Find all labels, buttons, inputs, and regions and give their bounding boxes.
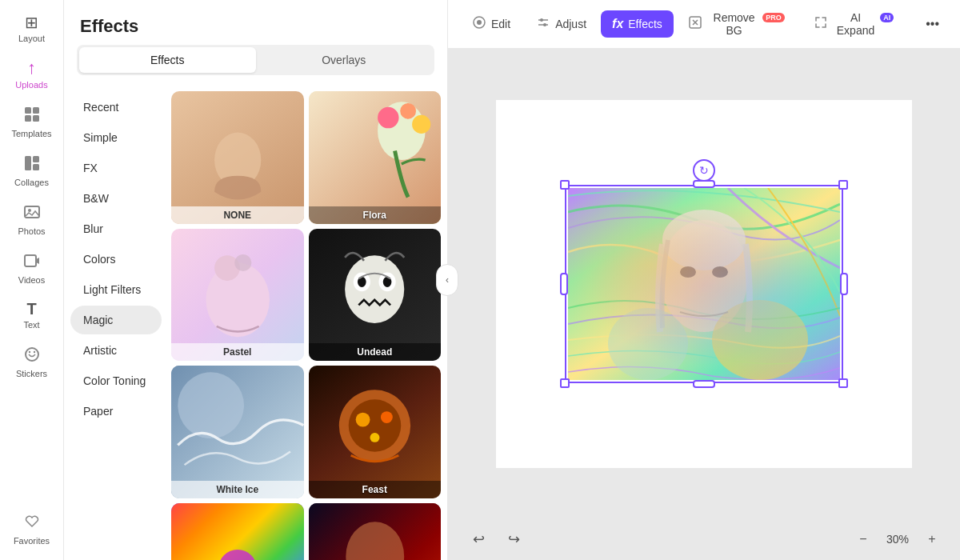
category-blur[interactable]: Blur <box>70 214 162 243</box>
svg-point-17 <box>400 103 416 119</box>
effect-thumb-undead <box>309 229 442 362</box>
effect-whiteice[interactable]: White Ice <box>171 366 304 498</box>
sidebar-label-layout: Layout <box>18 34 45 43</box>
svg-rect-0 <box>25 107 31 114</box>
more-options-button[interactable]: ••• <box>918 10 947 38</box>
uploads-icon: ↑ <box>27 59 36 77</box>
category-colors[interactable]: Colors <box>70 245 162 274</box>
category-fx[interactable]: FX <box>70 154 162 182</box>
edit-button[interactable]: Edit <box>461 9 522 39</box>
svg-point-16 <box>378 107 398 128</box>
effect-badlands[interactable]: Badlands <box>309 503 442 561</box>
effects-categories: Recent Simple FX B&W Blur Colors Light F… <box>64 85 168 560</box>
effects-button[interactable]: fx Effects <box>601 10 674 38</box>
category-paper[interactable]: Paper <box>70 397 162 426</box>
tab-effects[interactable]: Effects <box>79 47 256 73</box>
sidebar-label-photos: Photos <box>18 226 45 236</box>
effects-grid-container: NONE <box>168 85 447 560</box>
handle-bottom-middle[interactable] <box>693 380 715 388</box>
redo-button[interactable]: ↪ <box>499 525 528 554</box>
top-toolbar: Edit Adjust fx Effects <box>448 0 960 49</box>
removebg-label: Remove BG <box>707 11 762 37</box>
svg-point-28 <box>178 372 244 438</box>
zoom-in-button[interactable]: + <box>920 527 944 551</box>
svg-point-49 <box>477 20 482 25</box>
effect-rainbow[interactable]: Rainbow <box>171 503 304 561</box>
svg-point-12 <box>33 351 34 353</box>
sidebar-item-stickers[interactable]: Stickers <box>4 339 60 385</box>
undo-button[interactable]: ↩ <box>464 525 493 554</box>
category-simple[interactable]: Simple <box>70 123 162 152</box>
category-magic[interactable]: Magic <box>70 306 162 334</box>
svg-point-21 <box>234 254 251 271</box>
category-artistic[interactable]: Artistic <box>70 336 162 365</box>
svg-point-11 <box>28 351 30 353</box>
aiexpand-icon <box>814 15 828 33</box>
effect-flora[interactable]: Flora <box>309 91 442 224</box>
sidebar-item-uploads[interactable]: ↑ Uploads <box>4 53 60 96</box>
zoom-out-button[interactable]: − <box>851 527 875 551</box>
effect-undead[interactable]: Undead <box>309 229 442 362</box>
sidebar-label-collages: Collages <box>14 178 49 187</box>
handle-middle-right[interactable] <box>840 273 848 295</box>
effects-label: Effects <box>628 18 662 30</box>
handle-top-right[interactable] <box>838 180 848 190</box>
svg-point-22 <box>345 255 404 323</box>
canvas-workspace: ↻ <box>448 49 960 518</box>
effect-feast[interactable]: Feast <box>309 366 442 498</box>
effect-none[interactable]: NONE <box>171 91 304 224</box>
videos-icon <box>23 252 41 272</box>
panel-title: Effects <box>64 0 447 45</box>
effects-content: Recent Simple FX B&W Blur Colors Light F… <box>64 85 447 560</box>
effects-grid: NONE <box>171 91 441 560</box>
adjust-label: Adjust <box>555 18 586 30</box>
collapse-panel-button[interactable]: ‹ <box>436 264 458 296</box>
handle-top-left[interactable] <box>560 180 570 190</box>
svg-point-18 <box>412 115 430 134</box>
sidebar-label-favorites: Favorites <box>14 536 50 546</box>
removebg-icon <box>688 15 702 33</box>
svg-rect-5 <box>33 156 39 162</box>
sidebar-item-photos[interactable]: Photos <box>4 197 60 242</box>
sidebar-item-favorites[interactable]: Favorites <box>4 506 60 552</box>
image-selection[interactable]: ↻ <box>568 188 840 380</box>
adjust-button[interactable]: Adjust <box>525 9 598 39</box>
handle-bottom-left[interactable] <box>560 378 570 388</box>
effect-thumb-pastel <box>171 229 304 362</box>
category-color-toning[interactable]: Color Toning <box>70 366 162 395</box>
effect-pastel[interactable]: Pastel <box>171 229 304 362</box>
svg-point-10 <box>26 348 38 361</box>
rotate-handle[interactable]: ↻ <box>693 159 715 182</box>
adjust-icon <box>536 15 550 33</box>
handle-middle-left[interactable] <box>560 273 568 295</box>
removebg-button[interactable]: Remove BG PRO <box>677 5 799 43</box>
photos-icon <box>23 203 41 223</box>
handle-top-middle[interactable] <box>693 180 715 188</box>
effect-label-none: NONE <box>171 206 304 224</box>
effect-label-feast: Feast <box>309 481 442 498</box>
category-recent[interactable]: Recent <box>70 93 162 122</box>
ai-badge: AI <box>880 13 894 22</box>
category-light-filters[interactable]: Light Filters <box>70 275 162 304</box>
sidebar-item-templates[interactable]: Templates <box>4 99 60 145</box>
effect-thumb-badlands <box>309 503 442 561</box>
sidebar-item-collages[interactable]: Collages <box>4 148 60 194</box>
effect-label-flora: Flora <box>309 206 442 224</box>
category-bw[interactable]: B&W <box>70 184 162 213</box>
sidebar-label-text: Text <box>23 320 39 330</box>
handle-bottom-right[interactable] <box>838 378 848 388</box>
svg-point-30 <box>348 400 401 453</box>
aiexpand-button[interactable]: AI Expand AI <box>802 5 908 43</box>
sidebar-item-videos[interactable]: Videos <box>4 246 60 291</box>
canvas-area: Edit Adjust fx Effects <box>448 0 960 560</box>
svg-rect-4 <box>25 156 31 170</box>
svg-rect-9 <box>25 255 36 266</box>
sidebar-item-text[interactable]: T Text <box>4 294 60 336</box>
tab-overlays[interactable]: Overlays <box>256 47 433 73</box>
svg-point-32 <box>381 411 393 423</box>
svg-point-52 <box>540 18 543 22</box>
effects-icon: fx <box>612 17 623 31</box>
undo-redo-controls: ↩ ↪ <box>464 525 528 554</box>
templates-icon <box>23 106 41 126</box>
sidebar-item-layout[interactable]: ⊞ Layout <box>4 8 60 50</box>
